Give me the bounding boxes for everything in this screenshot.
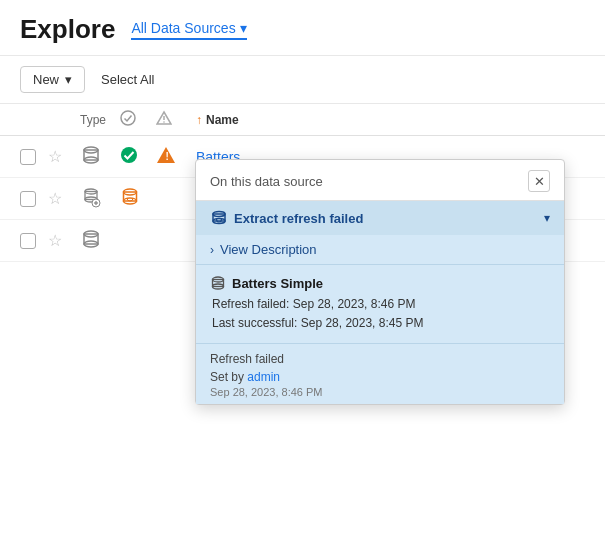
svg-rect-26	[213, 280, 224, 287]
checkmark-col-icon	[120, 110, 136, 126]
popup-error-row[interactable]: Extract refresh failed ▾	[196, 201, 564, 235]
warning-col-icon	[156, 110, 172, 126]
item-name-text: Batters Simple	[232, 276, 323, 291]
popup-footer-status: Refresh failed	[210, 352, 550, 366]
error-label-text: Extract refresh failed	[234, 211, 363, 226]
datasource-label: All Data Sources	[131, 20, 235, 36]
popup-error-label: Extract refresh failed	[210, 209, 363, 227]
table-container: Type ↑ Name ☆	[0, 104, 605, 262]
item-datasource-icon	[210, 275, 226, 291]
row1-star-icon[interactable]: ☆	[48, 147, 80, 166]
col-type-header: Type	[80, 113, 120, 127]
popup-item-name: Batters Simple	[210, 275, 550, 291]
row2-star-icon[interactable]: ☆	[48, 189, 80, 208]
table-header: Type ↑ Name	[0, 104, 605, 136]
row2-status-icon	[120, 187, 156, 210]
popup-footer-admin: Set by admin	[210, 370, 550, 384]
popup-item-refresh-failed: Refresh failed: Sep 28, 2023, 8:46 PM	[210, 295, 550, 314]
popup-section: Extract refresh failed ▾ › View Descript…	[196, 201, 564, 404]
page-header: Explore All Data Sources ▾	[0, 0, 605, 56]
popup-item-last-successful: Last successful: Sep 28, 2023, 8:45 PM	[210, 314, 550, 333]
popup-footer-timestamp: Sep 28, 2023, 8:46 PM	[210, 386, 550, 398]
popup-view-description[interactable]: › View Description	[196, 235, 564, 265]
view-desc-label: View Description	[220, 242, 317, 257]
svg-text:!: !	[166, 151, 169, 162]
popup-header-label: On this data source	[210, 174, 323, 189]
datasource-chevron-icon: ▾	[240, 20, 247, 36]
datasource-status-hover-icon[interactable]	[120, 187, 140, 207]
svg-rect-17	[124, 192, 137, 201]
popup-overlay: On this data source ✕ Extract refresh fa…	[195, 159, 565, 405]
popup-footer: Refresh failed Set by admin Sep 28, 2023…	[196, 343, 564, 404]
svg-point-0	[121, 111, 135, 125]
row1-warning-icon: !	[156, 145, 196, 168]
warning-triangle-icon: !	[156, 145, 176, 165]
row1-type-icon	[80, 144, 120, 169]
popup-close-button[interactable]: ✕	[528, 170, 550, 192]
row3-type-icon	[80, 228, 120, 253]
admin-link[interactable]: admin	[247, 370, 280, 384]
new-button-label: New	[33, 72, 59, 87]
row2-checkbox[interactable]	[20, 191, 36, 207]
row1-status-icon	[120, 146, 156, 167]
view-desc-chevron-icon: ›	[210, 243, 214, 257]
toolbar: New ▾ Select All	[0, 56, 605, 104]
set-by-label: Set by	[210, 370, 247, 384]
row3-checkbox[interactable]	[20, 233, 36, 249]
expand-icon: ▾	[544, 211, 550, 225]
new-button-chevron-icon: ▾	[65, 72, 72, 87]
page-title: Explore	[20, 14, 115, 45]
svg-point-3	[163, 121, 165, 123]
row3-star-icon[interactable]: ☆	[48, 231, 80, 250]
row2-type-icon	[80, 186, 120, 211]
popup-item: Batters Simple Refresh failed: Sep 28, 2…	[196, 265, 564, 343]
col-name-header: ↑ Name	[196, 113, 585, 127]
linked-datasource-icon	[80, 186, 102, 208]
sort-icon: ↑	[196, 113, 202, 127]
datasource-dropdown[interactable]: All Data Sources ▾	[131, 20, 246, 40]
new-button[interactable]: New ▾	[20, 66, 85, 93]
popup-header: On this data source ✕	[196, 160, 564, 201]
cylinder-icon	[80, 144, 102, 166]
connected-icon	[120, 146, 138, 164]
row1-checkbox[interactable]	[20, 149, 36, 165]
svg-point-7	[121, 147, 137, 163]
select-all-button[interactable]: Select All	[97, 67, 158, 92]
cylinder-icon-2	[80, 228, 102, 250]
refresh-failed-icon	[210, 209, 228, 227]
